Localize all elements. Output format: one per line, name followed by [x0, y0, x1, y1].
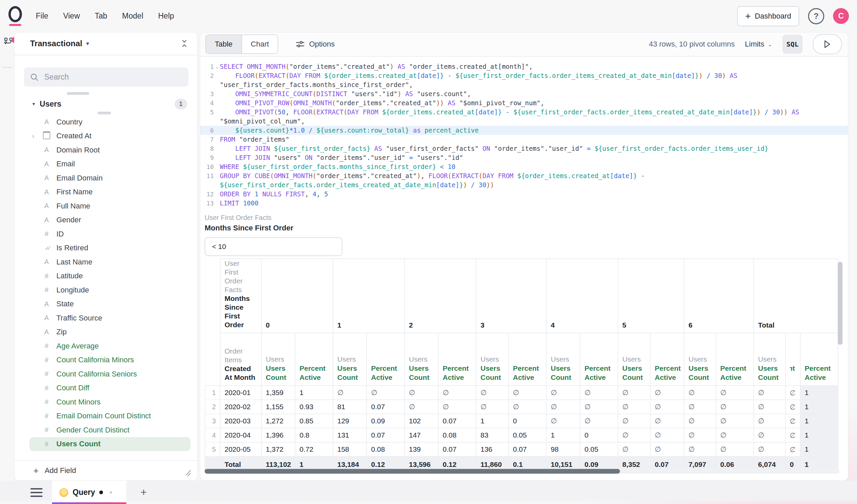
- cell-value[interactable]: ∅: [716, 386, 754, 400]
- cell-month[interactable]: 2020-01: [220, 386, 262, 400]
- cell-value[interactable]: 0.05: [508, 428, 547, 442]
- cell-value[interactable]: ∅: [618, 428, 650, 442]
- cell-value[interactable]: ∅: [618, 414, 650, 428]
- add-tab-button[interactable]: +: [140, 486, 147, 499]
- cell-value[interactable]: ∅: [618, 442, 650, 456]
- help-icon[interactable]: ?: [808, 8, 824, 24]
- cell-value[interactable]: 0.8: [295, 428, 333, 442]
- menu-file[interactable]: File: [36, 12, 48, 21]
- cell-value[interactable]: ∅: [754, 400, 786, 414]
- pivot-group-header-4[interactable]: 4: [547, 259, 618, 333]
- cell-value[interactable]: ∅: [684, 414, 716, 428]
- sidebar-field-users-count[interactable]: #Users Count: [29, 437, 190, 451]
- cell-value[interactable]: ∅: [684, 442, 716, 456]
- cell-value[interactable]: ∅: [438, 386, 476, 400]
- cell-value[interactable]: 0.85: [295, 414, 333, 428]
- column-header-users-count[interactable]: UsersUsers Count: [618, 333, 650, 386]
- column-header-percent-active[interactable]: Percent Active: [650, 333, 684, 386]
- options-button[interactable]: Options: [296, 40, 335, 49]
- cell-value[interactable]: 0.09: [367, 414, 405, 428]
- sidebar-field-full-name[interactable]: AFull Name: [29, 199, 190, 213]
- column-header-percent-active[interactable]: Percent Active: [508, 333, 547, 386]
- pivot-corner-bottom[interactable]: Order ItemsCreated At Month: [220, 333, 262, 386]
- cell-value[interactable]: 1,155: [262, 400, 295, 414]
- pivot-group-header-6[interactable]: 6: [684, 259, 754, 333]
- cell-value[interactable]: ∅: [547, 414, 580, 428]
- cell-value[interactable]: 0.07: [508, 442, 547, 456]
- cell-value[interactable]: 147: [405, 428, 438, 442]
- sidebar-field-email-domain[interactable]: AEmail Domain: [29, 171, 190, 185]
- cell-value[interactable]: 0: [580, 428, 618, 442]
- sidebar-field-count-diff[interactable]: #Count Diff: [29, 381, 190, 395]
- cell-value[interactable]: ∅: [716, 442, 754, 456]
- cell-value[interactable]: 0.05: [580, 442, 618, 456]
- collapse-panel-icon[interactable]: [180, 39, 188, 48]
- resize-grip[interactable]: [185, 471, 192, 477]
- sidebar-field-last-name[interactable]: ALast Name: [29, 255, 190, 269]
- cell-value[interactable]: 1,359: [262, 386, 295, 400]
- sidebar-field-gender[interactable]: AGender: [29, 213, 190, 227]
- pivot-group-header-3[interactable]: 3: [476, 259, 547, 333]
- cell-value[interactable]: 0.07: [367, 400, 405, 414]
- menu-view[interactable]: View: [63, 12, 80, 21]
- cell-value[interactable]: ∅: [650, 442, 684, 456]
- cell-value[interactable]: 0.07: [438, 414, 476, 428]
- tab-chart[interactable]: Chart: [242, 35, 278, 53]
- cell-value[interactable]: 102: [405, 414, 438, 428]
- cell-value[interactable]: ∅: [650, 400, 684, 414]
- menu-model[interactable]: Model: [122, 12, 144, 21]
- sidebar-field-country[interactable]: ACountry: [29, 115, 190, 129]
- cell-value[interactable]: ∅: [754, 428, 786, 442]
- search-box[interactable]: [24, 68, 188, 87]
- cell-value[interactable]: ∅: [650, 386, 684, 400]
- sidebar-field-email-domain-count-distinct[interactable]: #Email Domain Count Distinct: [29, 409, 190, 423]
- column-header-percent-active[interactable]: Percent Active: [580, 333, 618, 386]
- cell-total-percent[interactable]: 1: [800, 442, 838, 456]
- sidebar-field-email[interactable]: AEmail: [29, 157, 190, 171]
- cell-value[interactable]: ∅: [508, 400, 547, 414]
- horizontal-scrollbar[interactable]: [205, 469, 839, 474]
- cell-value[interactable]: ∅: [684, 428, 716, 442]
- cell-value[interactable]: 1,372: [262, 442, 295, 456]
- cell-value[interactable]: 131: [333, 428, 367, 442]
- cell-total-percent[interactable]: 1: [800, 400, 838, 414]
- pivot-group-header-0[interactable]: 0: [262, 259, 333, 333]
- cell-value[interactable]: ∅: [547, 386, 580, 400]
- cell-value[interactable]: ∅: [684, 386, 716, 400]
- cell-value[interactable]: 0.93: [295, 400, 333, 414]
- sidebar-field-id[interactable]: #ID: [29, 227, 190, 241]
- column-header-users-count[interactable]: UsersUsers Count: [333, 333, 367, 386]
- sidebar-field-is-retired[interactable]: ✓✓Is Retired: [29, 241, 190, 255]
- cell-value[interactable]: 81: [333, 400, 367, 414]
- cell-month[interactable]: 2020-05: [220, 442, 262, 456]
- cell-value[interactable]: ∅: [333, 386, 367, 400]
- cell-value[interactable]: 0.07: [438, 442, 476, 456]
- hamburger-menu-icon[interactable]: [30, 486, 43, 499]
- cell-value[interactable]: ∅: [405, 400, 438, 414]
- pivot-group-header-5[interactable]: 5: [618, 259, 684, 333]
- cell-value[interactable]: ∅: [618, 386, 650, 400]
- cell-value[interactable]: 1: [476, 414, 508, 428]
- cell-value[interactable]: 0.07: [367, 428, 405, 442]
- cell-value[interactable]: 1: [295, 386, 333, 400]
- sidebar-field-count-minors[interactable]: #Count Minors: [29, 395, 190, 409]
- sidebar-field-age-average[interactable]: #Age Average: [29, 339, 190, 353]
- sidebar-field-zip[interactable]: AZip: [29, 325, 190, 340]
- limits-dropdown[interactable]: Limits ⌄: [745, 40, 772, 49]
- cell-value[interactable]: ∅: [754, 442, 786, 456]
- pivot-total-header[interactable]: Total: [754, 259, 838, 333]
- column-header-users-count[interactable]: UsersUsers Count: [547, 333, 580, 386]
- cell-value[interactable]: 0.08: [367, 442, 405, 456]
- cell-month[interactable]: 2020-04: [220, 428, 262, 442]
- column-header-users-count[interactable]: UsersUsers Count: [476, 333, 508, 386]
- sidebar-field-latitude[interactable]: #Latitude: [29, 269, 190, 283]
- column-header-percent-active[interactable]: Percent Active: [716, 333, 754, 386]
- tab-table[interactable]: Table: [206, 35, 242, 53]
- menu-tab[interactable]: Tab: [95, 12, 107, 21]
- cell-value[interactable]: 83: [476, 428, 508, 442]
- cell-value[interactable]: ∅: [716, 414, 754, 428]
- avatar[interactable]: C: [833, 8, 849, 24]
- column-header-percent-active[interactable]: Percent Active: [367, 333, 405, 386]
- cell-value[interactable]: ∅: [580, 386, 618, 400]
- cell-value[interactable]: ∅: [508, 386, 547, 400]
